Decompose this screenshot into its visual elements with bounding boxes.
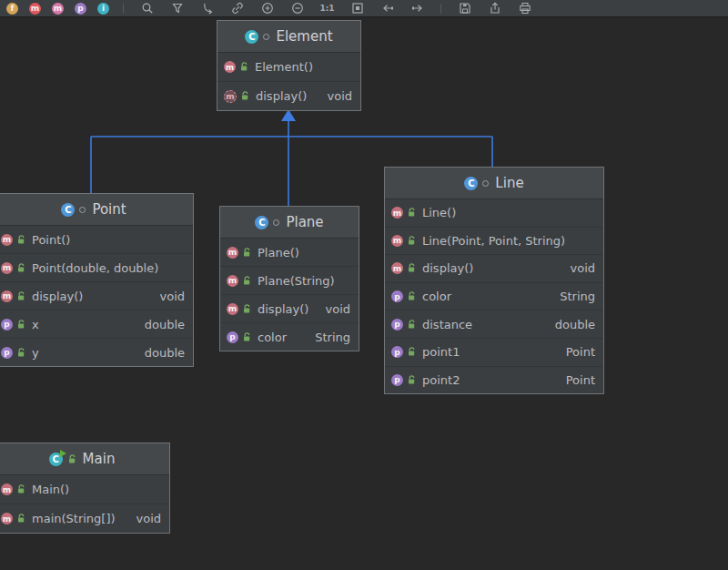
zoom-preview-button[interactable]: [132, 1, 162, 16]
member-row-point-double-double[interactable]: mPoint(double, double): [0, 253, 193, 281]
class-header[interactable]: CPoint: [0, 194, 193, 226]
zoom-preview-icon: [141, 2, 154, 15]
member-type: double: [136, 318, 185, 331]
zoom-out-button[interactable]: [282, 1, 312, 16]
class-node-line[interactable]: CLinemLine()mLine(Point, Point, String)m…: [384, 167, 604, 394]
member-row-x[interactable]: pxdouble: [0, 310, 193, 338]
member-label: Line(Point, Point, String): [422, 234, 565, 248]
member-label: Element(): [255, 60, 313, 74]
scroll-to-node-button[interactable]: [192, 1, 222, 16]
member-row-main-string[interactable]: mmain(String[])void: [0, 504, 169, 533]
public-visibility-icon: [408, 208, 416, 218]
member-row-main[interactable]: mMain(): [0, 475, 169, 504]
member-property-icon: p: [1, 319, 13, 331]
inner-classes-filter-button[interactable]: i: [92, 1, 115, 16]
member-row-point2[interactable]: ppoint2Point: [385, 366, 603, 394]
member-label: Line(): [422, 206, 456, 219]
member-row-color[interactable]: pcolorString: [220, 322, 359, 351]
member-row-plane[interactable]: mPlane(): [220, 239, 359, 266]
member-row-display[interactable]: mdisplay()void: [217, 81, 360, 110]
member-method-icon: m: [391, 262, 403, 274]
class-icon: C: [49, 453, 63, 466]
class-header[interactable]: CLine: [385, 168, 603, 199]
route-edge-right-button[interactable]: [402, 1, 432, 16]
member-method-icon: m: [227, 275, 238, 287]
member-type: double: [546, 318, 595, 331]
member-row-display[interactable]: mdisplay()void: [220, 294, 359, 322]
member-row-element[interactable]: mElement(): [217, 53, 360, 81]
member-row-point1[interactable]: ppoint1Point: [385, 338, 603, 366]
member-method-icon: m: [227, 247, 238, 259]
fields-filter-button[interactable]: f: [1, 1, 24, 16]
fields-filter-icon: f: [6, 3, 18, 15]
properties-filter-button[interactable]: p: [69, 1, 92, 16]
save-button[interactable]: [450, 1, 480, 16]
public-visibility-icon: [408, 347, 416, 357]
class-header[interactable]: CMain: [0, 443, 169, 475]
public-visibility-icon: [243, 248, 251, 258]
member-row-y[interactable]: pydouble: [0, 338, 193, 366]
member-label: display(): [32, 290, 83, 303]
print-button[interactable]: [510, 1, 540, 16]
zoom-in-button[interactable]: [252, 1, 282, 16]
class-icon: C: [61, 203, 75, 217]
member-method-icon: m: [391, 235, 403, 247]
diagram-canvas[interactable]: CElementmElement()mdisplay()voidCPointmP…: [0, 0, 728, 570]
route-edge-right-icon: [411, 2, 424, 15]
member-type: double: [136, 346, 185, 360]
actual-size-button[interactable]: 1:1: [312, 1, 342, 16]
methods-filter-button[interactable]: m: [46, 1, 69, 16]
member-label: display(): [256, 89, 307, 103]
member-label: Plane(String): [258, 274, 335, 288]
class-node-element[interactable]: CElementmElement()mdisplay()void: [217, 20, 361, 111]
member-method-icon: m: [1, 290, 13, 302]
member-label: y: [32, 346, 39, 360]
member-row-distance[interactable]: pdistancedouble: [385, 310, 603, 338]
member-row-color[interactable]: pcolorString: [385, 282, 603, 310]
constructors-filter-icon: m: [29, 3, 41, 15]
public-visibility-icon: [17, 484, 25, 494]
member-property-icon: p: [391, 374, 403, 386]
public-visibility-icon: [17, 320, 25, 330]
member-row-line-point-point-string[interactable]: mLine(Point, Point, String): [385, 227, 603, 255]
member-row-line[interactable]: mLine(): [385, 199, 603, 227]
member-row-plane-string[interactable]: mPlane(String): [220, 266, 359, 294]
member-label: display(): [422, 261, 473, 275]
member-row-display[interactable]: mdisplay()void: [0, 281, 193, 310]
visibility-dot-icon: [263, 34, 269, 40]
visibility-dot-icon: [273, 219, 279, 226]
class-title: Plane: [286, 214, 323, 230]
class-header[interactable]: CPlane: [220, 207, 359, 239]
member-row-point[interactable]: mPoint(): [0, 226, 193, 253]
class-title: Element: [276, 28, 332, 45]
member-property-icon: p: [391, 290, 403, 302]
public-visibility-icon: [408, 291, 416, 301]
fit-content-button[interactable]: [342, 1, 372, 16]
visibility-dot-icon: [79, 207, 86, 213]
class-node-point[interactable]: CPointmPoint()mPoint(double, double)mdis…: [0, 193, 194, 367]
member-method-icon: m: [1, 234, 13, 246]
member-type: void: [561, 261, 595, 275]
class-icon: C: [245, 30, 258, 44]
class-header[interactable]: CElement: [217, 21, 360, 53]
show-dependencies-button[interactable]: [222, 1, 252, 16]
class-node-plane[interactable]: CPlanemPlane()mPlane(String)mdisplay()vo…: [219, 206, 359, 351]
toolbar-separator: [123, 4, 124, 14]
public-visibility-icon: [408, 320, 416, 330]
member-property-icon: p: [391, 319, 403, 331]
export-button[interactable]: [480, 1, 510, 16]
member-row-display[interactable]: mdisplay()void: [385, 254, 603, 282]
member-label: color: [258, 331, 287, 344]
member-type: String: [551, 290, 595, 303]
member-label: Point(): [32, 233, 70, 247]
public-visibility-icon: [408, 236, 416, 246]
class-node-main[interactable]: CMainmMain()mmain(String[])void: [0, 443, 170, 534]
route-edge-left-button[interactable]: [372, 1, 402, 16]
member-method-icon: m: [1, 483, 13, 495]
member-method-icon: m: [1, 262, 13, 274]
filter-button[interactable]: [162, 1, 192, 16]
toolbar-separator: [440, 4, 441, 14]
public-visibility-icon: [240, 62, 248, 72]
member-abstract-method-icon: m: [224, 90, 237, 103]
constructors-filter-button[interactable]: m: [24, 1, 46, 16]
